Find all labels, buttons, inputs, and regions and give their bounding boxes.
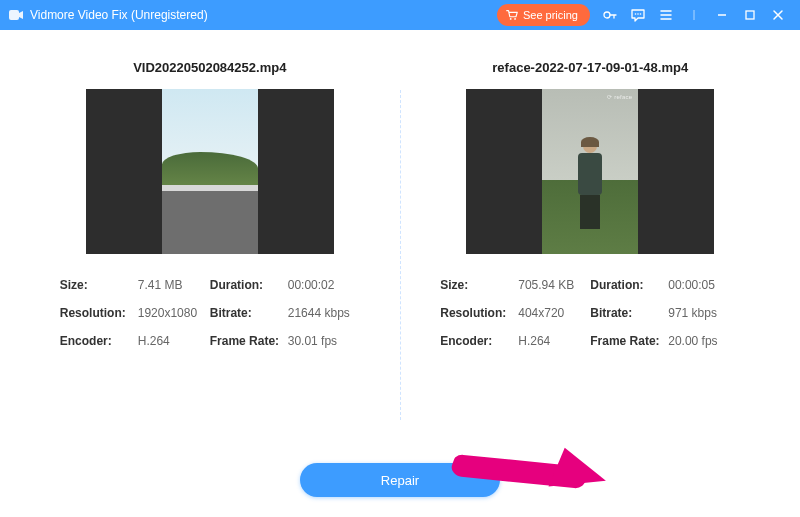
svg-point-2 <box>514 18 516 20</box>
close-button[interactable] <box>764 0 792 30</box>
meta-label-encoder: Encoder: <box>440 334 518 348</box>
meta-value-framerate: 30.01 fps <box>288 334 337 348</box>
meta-label-bitrate: Bitrate: <box>590 306 668 320</box>
pricing-label: See pricing <box>523 9 578 21</box>
svg-point-5 <box>637 13 639 15</box>
meta-value-encoder: H.264 <box>138 334 170 348</box>
divider-icon <box>680 0 708 30</box>
meta-value-bitrate: 971 kbps <box>668 306 717 320</box>
sample-video-panel: reface-2022-07-17-09-01-48.mp4 ⟳ reface … <box>401 60 781 440</box>
menu-icon[interactable] <box>652 0 680 30</box>
titlebar: Vidmore Video Fix (Unregistered) See pri… <box>0 0 800 30</box>
svg-rect-0 <box>9 10 19 20</box>
meta-value-duration: 00:00:05 <box>668 278 715 292</box>
meta-label-resolution: Resolution: <box>60 306 138 320</box>
right-meta: Size:705.94 KB Duration:00:00:05 Resolut… <box>440 278 740 362</box>
feedback-icon[interactable] <box>624 0 652 30</box>
repair-button[interactable]: Repair <box>300 463 500 497</box>
svg-point-1 <box>510 18 512 20</box>
meta-label-framerate: Frame Rate: <box>590 334 668 348</box>
meta-value-resolution: 1920x1080 <box>138 306 197 320</box>
meta-label-framerate: Frame Rate: <box>210 334 288 348</box>
meta-label-encoder: Encoder: <box>60 334 138 348</box>
watermark-icon: ⟳ reface <box>607 93 632 100</box>
meta-label-duration: Duration: <box>590 278 668 292</box>
svg-point-4 <box>635 13 637 15</box>
meta-value-duration: 00:00:02 <box>288 278 335 292</box>
see-pricing-button[interactable]: See pricing <box>497 4 590 26</box>
meta-value-framerate: 20.00 fps <box>668 334 717 348</box>
svg-point-6 <box>640 13 642 15</box>
left-video-thumbnail[interactable] <box>86 89 334 254</box>
svg-point-3 <box>604 12 610 18</box>
right-video-thumbnail[interactable]: ⟳ reface <box>466 89 714 254</box>
right-filename: reface-2022-07-17-09-01-48.mp4 <box>492 60 688 75</box>
cart-icon <box>505 8 519 22</box>
minimize-button[interactable] <box>708 0 736 30</box>
app-title: Vidmore Video Fix (Unregistered) <box>30 8 208 22</box>
repair-label: Repair <box>381 473 419 488</box>
meta-value-size: 7.41 MB <box>138 278 183 292</box>
content-area: VID20220502084252.mp4 Size:7.41 MB Durat… <box>0 30 800 517</box>
key-icon[interactable] <box>596 0 624 30</box>
meta-value-bitrate: 21644 kbps <box>288 306 350 320</box>
meta-label-resolution: Resolution: <box>440 306 518 320</box>
panels-row: VID20220502084252.mp4 Size:7.41 MB Durat… <box>0 30 800 440</box>
app-logo-icon <box>8 7 24 23</box>
left-meta: Size:7.41 MB Duration:00:00:02 Resolutio… <box>60 278 360 362</box>
left-filename: VID20220502084252.mp4 <box>133 60 286 75</box>
source-video-panel: VID20220502084252.mp4 Size:7.41 MB Durat… <box>20 60 400 440</box>
meta-label-size: Size: <box>440 278 518 292</box>
meta-label-bitrate: Bitrate: <box>210 306 288 320</box>
maximize-button[interactable] <box>736 0 764 30</box>
meta-label-size: Size: <box>60 278 138 292</box>
meta-value-resolution: 404x720 <box>518 306 564 320</box>
meta-value-size: 705.94 KB <box>518 278 574 292</box>
meta-value-encoder: H.264 <box>518 334 550 348</box>
meta-label-duration: Duration: <box>210 278 288 292</box>
svg-rect-9 <box>746 11 754 19</box>
